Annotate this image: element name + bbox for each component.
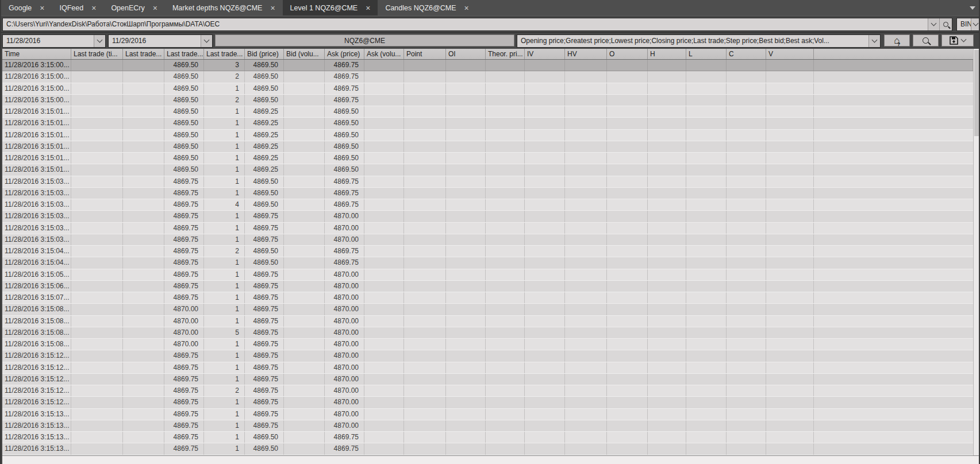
cell-v	[766, 130, 814, 141]
table-row[interactable]: 11/28/2016 3:15:13...4869.7514869.754870…	[2, 420, 973, 432]
table-row[interactable]: 11/28/2016 3:15:03...4869.7514869.754870…	[2, 234, 973, 246]
header-cell-bid_volume[interactable]: Bid (volu...	[284, 49, 325, 59]
table-row[interactable]: 11/28/2016 3:15:03...4869.7514869.504869…	[2, 176, 973, 188]
tab-iqfeed[interactable]: IQFeed×	[52, 0, 104, 16]
tab-overflow-chevron-down-icon[interactable]	[970, 6, 975, 10]
close-icon[interactable]: ×	[40, 4, 44, 12]
table-row[interactable]: 11/28/2016 3:15:12...4869.7514869.754870…	[2, 362, 973, 374]
help-home-button[interactable]: ⌂?	[884, 34, 910, 47]
tab-market-depths-nqz6-cme[interactable]: Market depths NQZ6@CME×	[165, 0, 283, 16]
fields-dropdown-button[interactable]	[868, 35, 880, 47]
table-row[interactable]: 11/28/2016 3:15:03...4869.7514869.504869…	[2, 188, 973, 199]
table-row[interactable]: 11/28/2016 3:15:08...4870.0014869.754870…	[2, 304, 973, 315]
table-row[interactable]: 11/28/2016 3:15:04...4869.7514869.504869…	[2, 257, 973, 269]
close-icon[interactable]: ×	[464, 4, 469, 12]
cell-ask_price: 4870.00	[325, 420, 364, 431]
tab-candles-nqz6-cme[interactable]: Candles NQZ6@CME×	[378, 0, 476, 16]
cell-v	[766, 397, 814, 408]
table-row[interactable]: 11/28/2016 3:15:01...4869.5014869.254869…	[2, 106, 973, 118]
table-row[interactable]: 11/28/2016 3:15:08...4870.0014869.754870…	[2, 339, 973, 350]
header-cell-bid_price[interactable]: Bid (price)	[245, 49, 284, 59]
cell-ask_volume	[364, 211, 404, 222]
date-from-dropdown-button[interactable]	[94, 35, 105, 47]
table-row[interactable]: 11/28/2016 3:15:03...4869.7514869.754870…	[2, 223, 973, 234]
table-row[interactable]: 11/28/2016 3:15:08...4870.0054869.754870…	[2, 327, 973, 339]
table-row[interactable]: 11/28/2016 3:15:13...4869.7514869.754870…	[2, 409, 973, 420]
storage-format-dropdown-button[interactable]	[971, 18, 979, 30]
table-row[interactable]: 11/28/2016 3:15:01...4869.5014869.254869…	[2, 130, 973, 141]
table-row[interactable]: 11/28/2016 3:15:08...4870.0014869.754870…	[2, 316, 973, 327]
header-cell-last_trade_price[interactable]: Last trade...	[164, 49, 204, 59]
table-row[interactable]: 11/28/2016 3:15:13...4869.7514869.504869…	[2, 443, 973, 455]
date-to-picker[interactable]: 11/29/2016	[108, 34, 213, 48]
table-row[interactable]: 11/28/2016 3:15:00...4869.5014869.504869…	[2, 83, 973, 95]
table-row[interactable]: 11/28/2016 3:15:00...4869.5024869.504869…	[2, 95, 973, 106]
table-row[interactable]: 11/28/2016 3:15:05...4869.7514869.754870…	[2, 269, 973, 281]
path-browse-button[interactable]	[939, 18, 952, 30]
tab-level-1-nqz6-cme[interactable]: Level 1 NQZ6@CME×	[283, 0, 378, 16]
cell-last_trade_volume: 2	[204, 246, 245, 257]
header-cell-last_trade_time[interactable]: Last trade (ti...	[71, 49, 123, 59]
fields-combobox[interactable]: Opening price;Greatest price;Lowest pric…	[517, 34, 881, 48]
data-path-combobox[interactable]: C:\Users\Yuri\YandexDisk\Работа\СтокШарп…	[2, 18, 952, 31]
path-dropdown-button[interactable]	[928, 18, 939, 30]
header-cell-v[interactable]: V	[766, 49, 814, 59]
table-row[interactable]: 11/28/2016 3:15:04...4869.7524869.504869…	[2, 246, 973, 257]
header-cell-point[interactable]: Point	[404, 49, 446, 59]
header-cell-o[interactable]: O	[607, 49, 648, 59]
table-row[interactable]: 11/28/2016 3:15:01...4869.5014869.254869…	[2, 118, 973, 129]
horizontal-scrollbar[interactable]	[2, 455, 980, 464]
header-cell-h[interactable]: H	[648, 49, 686, 59]
table-row[interactable]: 11/28/2016 3:15:12...4869.7514869.754870…	[2, 350, 973, 362]
cell-ask_price: 4870.00	[325, 234, 364, 245]
table-row[interactable]: 11/28/2016 3:15:00...4869.5034869.504869…	[2, 60, 973, 71]
header-cell-time[interactable]: Time	[2, 49, 71, 59]
header-cell-iv[interactable]: IV	[525, 49, 565, 59]
storage-format-combobox[interactable]: BIN	[956, 18, 980, 31]
header-cell-ask_volume[interactable]: Ask (volu...	[364, 49, 404, 59]
table-row[interactable]: 11/28/2016 3:15:13...4869.7514869.504869…	[2, 432, 973, 443]
close-icon[interactable]: ×	[91, 4, 96, 12]
table-row[interactable]: 11/28/2016 3:15:12...4869.7514869.754870…	[2, 397, 973, 408]
table-row[interactable]: 11/28/2016 3:15:03...4869.7544869.504869…	[2, 199, 973, 211]
table-row[interactable]: 11/28/2016 3:15:01...4869.5014869.254869…	[2, 164, 973, 176]
header-cell-hv[interactable]: HV	[565, 49, 607, 59]
cell-oi	[446, 211, 486, 222]
close-icon[interactable]: ×	[270, 4, 275, 12]
cell-time: 11/28/2016 3:15:03...	[2, 211, 71, 222]
header-cell-l[interactable]: L	[686, 49, 727, 59]
table-row[interactable]: 11/28/2016 3:15:03...4869.7514869.754870…	[2, 211, 973, 222]
header-cell-c[interactable]: C	[727, 49, 766, 59]
header-cell-last_trade_id[interactable]: Last trade...	[123, 49, 164, 59]
cell-point	[404, 397, 446, 408]
date-from-picker[interactable]: 11/28/2016	[2, 34, 106, 48]
search-button[interactable]	[913, 34, 939, 47]
close-icon[interactable]: ×	[153, 4, 157, 12]
export-save-button[interactable]	[941, 34, 974, 47]
table-row[interactable]: 11/28/2016 3:15:07...4869.7514869.754870…	[2, 292, 973, 304]
table-row[interactable]: 11/28/2016 3:15:12...4869.7514869.754870…	[2, 374, 973, 385]
table-row[interactable]: 11/28/2016 3:15:01...4869.5014869.254869…	[2, 153, 973, 164]
date-to-dropdown-button[interactable]	[201, 35, 212, 47]
cell-last_trade_id	[123, 409, 164, 420]
close-icon[interactable]: ×	[366, 4, 370, 12]
cell-theor_price	[486, 223, 525, 234]
tab-openecry[interactable]: OpenECry×	[103, 0, 165, 16]
table-row[interactable]: 11/28/2016 3:15:00...4869.5024869.504869…	[2, 71, 973, 83]
header-cell-ask_price[interactable]: Ask (price)	[325, 49, 364, 59]
header-cell-last_trade_volume[interactable]: Last trade...	[204, 49, 245, 59]
cell-hv	[565, 327, 607, 338]
cell-v	[766, 164, 814, 175]
hydra-window: Google×IQFeed×OpenECry×Market depths NQZ…	[0, 0, 980, 464]
table-row[interactable]: 11/28/2016 3:15:12...4869.7524869.754870…	[2, 385, 973, 397]
tab-google[interactable]: Google×	[1, 0, 52, 16]
table-row[interactable]: 11/28/2016 3:15:01...4869.5014869.254869…	[2, 141, 973, 153]
vertical-scrollbar-thumb[interactable]	[974, 50, 980, 136]
cell-bid_volume	[284, 118, 325, 129]
table-row[interactable]: 11/28/2016 3:15:06...4869.7514869.754870…	[2, 281, 973, 292]
cell-last_trade_price: 4869.75	[164, 269, 204, 280]
security-selector-button[interactable]: NQZ6@CME	[215, 34, 514, 47]
header-cell-oi[interactable]: OI	[446, 49, 486, 59]
vertical-scrollbar[interactable]	[973, 49, 980, 455]
header-cell-theor_price[interactable]: Theor. pri...	[486, 49, 525, 59]
